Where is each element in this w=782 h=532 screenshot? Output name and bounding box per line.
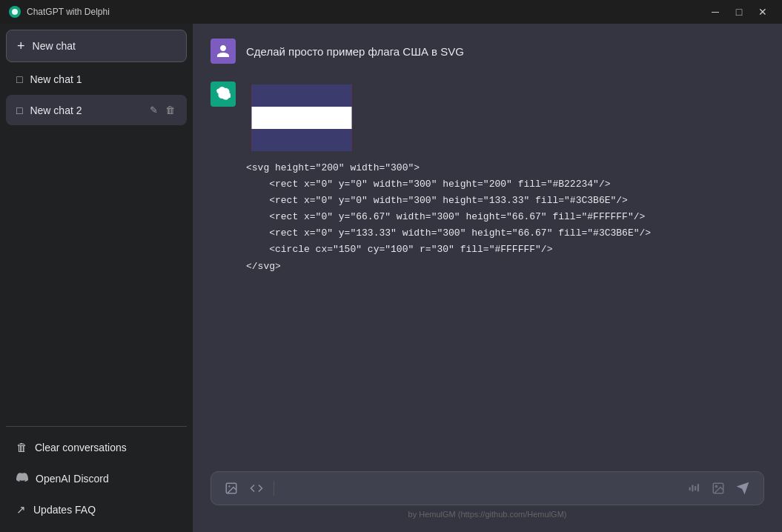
chat-messages: Сделай просто пример флага США в SVG [193, 24, 782, 462]
svg-point-5 [292, 108, 312, 128]
svg-rect-8 [689, 488, 691, 491]
input-container [211, 471, 764, 505]
assistant-avatar [211, 82, 236, 107]
svg-rect-11 [697, 484, 699, 492]
trash-icon: 🗑 [16, 441, 27, 453]
updates-faq-label: Updates FAQ [33, 504, 96, 516]
discord-button[interactable]: OpenAI Discord [6, 463, 187, 493]
maximize-button[interactable]: □ [729, 4, 749, 19]
sidebar-item-chat2[interactable]: □ New chat 2 ✎ 🗑 [6, 95, 187, 125]
discord-label: OpenAI Discord [36, 473, 109, 485]
svg-point-13 [715, 485, 717, 487]
chat2-label: New chat 2 [30, 104, 141, 116]
chat-input[interactable] [282, 479, 679, 497]
titlebar-controls: ─ □ ✕ [705, 4, 773, 19]
sidebar-top: + New chat □ New chat 1 □ New chat 2 ✎ 🗑 [6, 30, 187, 426]
sidebar: + New chat □ New chat 1 □ New chat 2 ✎ 🗑 [0, 24, 193, 532]
delete-chat-button[interactable]: 🗑 [164, 103, 176, 117]
assistant-message: <svg height="200" width="300"> <rect x="… [211, 82, 764, 275]
user-avatar [211, 39, 236, 64]
app-icon [9, 6, 21, 18]
external-link-icon: ↗ [16, 503, 26, 516]
chat-icon: □ [16, 73, 22, 85]
chat-icon-2: □ [16, 104, 22, 116]
edit-chat-button[interactable]: ✎ [148, 103, 159, 117]
titlebar: ChatGPT with Delphi ─ □ ✕ [0, 0, 782, 24]
svg-rect-4 [252, 129, 352, 151]
new-chat-button[interactable]: + New chat [6, 30, 187, 62]
input-area: by HemulGM (https://github.com/HemulGM) [193, 462, 782, 532]
attachment-icon-button[interactable] [709, 480, 728, 496]
updates-faq-button[interactable]: ↗ Updates FAQ [6, 495, 187, 525]
user-message-text: Сделай просто пример флага США в SVG [246, 39, 464, 61]
chat1-label: New chat 1 [30, 73, 176, 85]
main-chat: Сделай просто пример флага США в SVG [193, 24, 782, 532]
assistant-content: <svg height="200" width="300"> <rect x="… [246, 82, 764, 275]
input-right-icons [685, 479, 753, 497]
svg-rect-9 [692, 485, 693, 492]
code-block: <svg height="200" width="300"> <rect x="… [246, 160, 764, 275]
minimize-button[interactable]: ─ [705, 4, 726, 19]
svg-point-7 [228, 485, 230, 487]
send-button[interactable] [732, 479, 753, 497]
code-icon-button[interactable] [247, 480, 266, 496]
titlebar-title: ChatGPT with Delphi [27, 7, 110, 17]
footer-text: by HemulGM (https://github.com/HemulGM) [211, 505, 764, 526]
new-chat-label: New chat [33, 40, 76, 52]
clear-conversations-label: Clear conversations [35, 442, 127, 453]
close-button[interactable]: ✕ [752, 4, 773, 19]
clear-conversations-button[interactable]: 🗑 Clear conversations [6, 433, 187, 462]
input-divider [274, 481, 274, 496]
flag-preview [246, 84, 357, 151]
user-message: Сделай просто пример флага США в SVG [211, 39, 764, 64]
app-body: + New chat □ New chat 1 □ New chat 2 ✎ 🗑 [0, 24, 782, 532]
audio-icon-button[interactable] [685, 480, 704, 496]
chat2-actions: ✎ 🗑 [148, 103, 176, 117]
svg-rect-10 [695, 486, 696, 491]
plus-icon: + [17, 39, 25, 53]
sidebar-bottom: 🗑 Clear conversations OpenAI Discord ↗ U… [6, 426, 187, 532]
svg-point-0 [12, 9, 18, 15]
discord-icon [16, 471, 28, 485]
image-icon-button[interactable] [222, 480, 241, 496]
titlebar-left: ChatGPT with Delphi [9, 6, 110, 18]
sidebar-item-chat1[interactable]: □ New chat 1 [6, 65, 187, 93]
